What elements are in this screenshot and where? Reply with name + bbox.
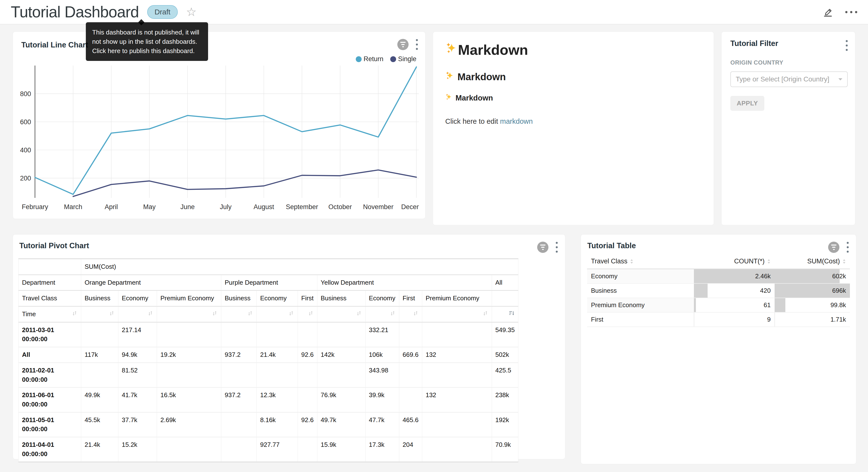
pivot-value-cell: 39.9k [365,387,399,412]
count-cell: 420 [694,284,775,298]
sparkles-icon [445,71,455,83]
pivot-value-cell: 192k [492,412,518,437]
chart-kebab-menu[interactable] [555,241,559,254]
sparkles-icon [445,93,453,103]
pivot-value-cell [422,437,492,462]
table-card-title: Tutorial Table [587,241,636,250]
pivot-group-header: Purple Department [221,275,317,291]
count-cell: 2.46k [694,269,775,284]
pivot-row: 2011-06-01 00:00:0049.9k41.7k16.5k937.21… [19,387,518,412]
cross-filter-badge-icon[interactable] [828,242,839,253]
pivot-value-cell: 132 [422,387,492,412]
chart-kebab-menu[interactable] [415,38,419,51]
edit-markdown-link[interactable]: markdown [500,117,533,125]
edit-dashboard-pencil-icon[interactable] [822,6,834,18]
origin-country-select[interactable]: Type or Select [Origin Country] [730,71,848,87]
apply-button[interactable]: APPLY [730,96,764,111]
filter-kebab-menu[interactable] [845,39,849,52]
sort-icon[interactable] [356,311,362,318]
sort-icon[interactable] [288,311,294,318]
pivot-leaf-header: Economy [118,291,157,306]
pivot-value-cell: 332.21 [365,322,399,347]
sort-icon[interactable] [390,311,396,318]
travel-class-cell: Economy [587,269,694,284]
pivot-row: 2011-02-01 00:00:0081.52343.98425.5 [19,363,518,387]
table-row[interactable]: Economy 2.46k 602k [587,269,850,284]
col-header-travel-class[interactable]: Travel Class [587,254,694,269]
pivot-value-cell: 49.7k [317,412,365,437]
pivot-value-cell [317,322,365,347]
pivot-value-cell: 19.2k [157,347,221,363]
pivot-row-label: 2011-04-01 00:00:00 [19,437,81,462]
markdown-h3: Markdown [445,93,702,103]
cross-filter-badge-icon[interactable] [537,242,549,253]
filter-card-title: Tutorial Filter [730,39,846,48]
pivot-value-cell: 37.7k [118,412,157,437]
pivot-leaf-row: Travel ClassBusinessEconomyPremium Econo… [19,291,518,306]
sort-icon[interactable] [212,311,218,318]
status-badge[interactable]: Draft [147,5,178,19]
pivot-value-cell [221,412,257,437]
pivot-row-label: 2011-06-01 00:00:00 [19,387,81,412]
more-options-button[interactable] [845,11,857,13]
svg-text:February: February [22,203,49,211]
pivot-value-cell [257,363,298,387]
chart-kebab-menu[interactable] [846,241,850,254]
line-chart[interactable]: 200400600800FebruaryMarchAprilMayJuneJul… [13,32,419,219]
sort-icon[interactable] [308,311,314,318]
sort-icon[interactable] [483,311,488,318]
table-row[interactable]: First 9 1.71k [587,312,850,327]
sort-icon[interactable] [148,311,153,318]
sort-icon[interactable] [72,309,78,319]
pivot-value-cell: 21.4k [81,437,118,462]
pivot-leaf-header: Business [317,291,365,306]
pivot-value-cell [298,437,317,462]
pivot-row-label: 2011-05-01 00:00:00 [19,412,81,437]
pivot-row: 2011-04-01 00:00:0021.4k15.2k927.7715.9k… [19,437,518,462]
pivot-value-cell: 2.69k [157,412,221,437]
count-cell: 9 [694,312,775,327]
svg-text:800: 800 [20,90,31,97]
markdown-cta: Click here to edit markdown [445,117,702,125]
col-header-sum-cost[interactable]: SUM(Cost) [775,254,850,269]
favorite-star-icon[interactable]: ☆ [186,6,196,18]
pivot-value-cell: 15.9k [317,437,365,462]
pivot-value-cell [317,363,365,387]
sort-icon[interactable] [109,311,115,318]
pivot-value-cell [157,363,221,387]
pivot-value-cell: 70.9k [492,437,518,462]
markdown-h2: Markdown [445,71,702,83]
tooltip-text: This dashboard is not published, it will… [92,29,199,55]
sum-cost-cell: 1.71k [775,312,850,327]
travel-class-cell: Business [587,284,694,298]
pivot-row-label: 2011-03-01 00:00:00 [19,322,81,347]
table-row[interactable]: Business 420 696k [587,284,850,298]
col-header-count[interactable]: COUNT(*) [694,254,775,269]
pivot-value-cell: 16.5k [157,387,221,412]
table-row[interactable]: Premium Economy 61 99.8k [587,298,850,312]
pivot-value-cell: 21.4k [257,347,298,363]
pivot-leaf-header: First [298,291,317,306]
svg-text:March: March [64,203,82,211]
pivot-metric-header: SUM(Cost) [81,259,518,275]
pivot-value-cell [422,412,492,437]
pivot-value-cell: 17.3k [365,437,399,462]
pivot-value-cell [422,363,492,387]
pivot-value-cell [221,437,257,462]
cross-filter-badge-icon[interactable] [397,39,409,50]
pivot-value-cell: 94.9k [118,347,157,363]
svg-text:May: May [143,203,156,211]
svg-text:600: 600 [20,118,31,126]
sort-icon[interactable] [413,311,418,318]
pivot-value-cell [157,322,221,347]
markdown-card: Markdown Markdown Markdown Click here to… [433,32,714,225]
pivot-value-cell: 425.5 [492,363,518,387]
pivot-value-cell: 142k [317,347,365,363]
sort-desc-icon[interactable] [509,311,515,318]
pivot-value-cell [157,437,221,462]
svg-text:200: 200 [20,175,31,182]
pivot-leaf-header: Business [81,291,118,306]
pivot-value-cell: 343.98 [365,363,399,387]
publish-tooltip: This dashboard is not published, it will… [86,22,208,61]
sort-icon[interactable] [247,311,253,318]
